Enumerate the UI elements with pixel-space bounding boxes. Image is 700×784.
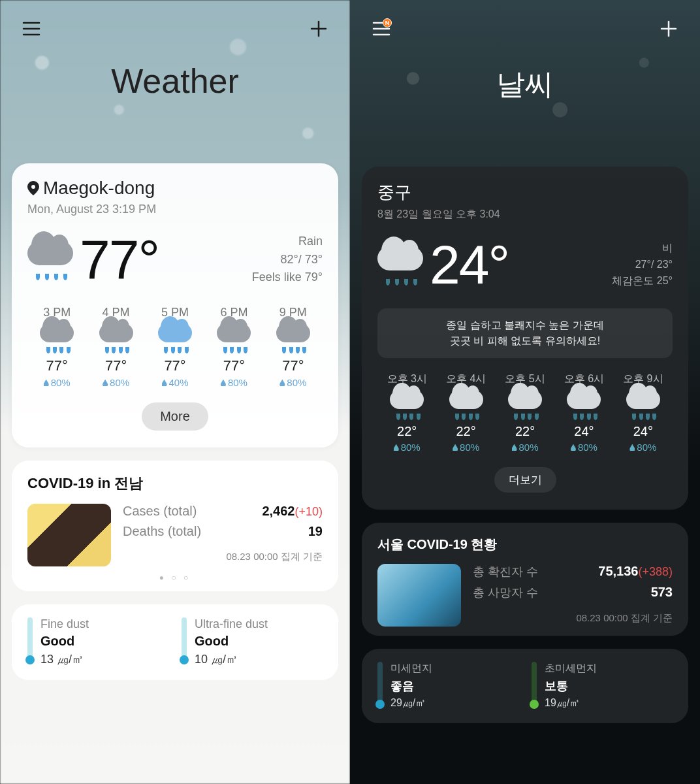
- hourly-forecast[interactable]: 3 PM77°80% 4 PM77°80% 5 PM77°40% 6 PM77°…: [27, 306, 323, 388]
- advisory-banner: 종일 습하고 불쾌지수 높은 가운데 곳곳 비 피해 없도록 유의하세요!: [377, 308, 673, 358]
- fine-dust-block: 미세먼지 좋음 29㎍/㎥: [377, 662, 518, 710]
- ultrafine-dust-block: Ultra-fine dust Good 10 ㎍/㎥: [182, 617, 323, 667]
- pm10-status: Good: [40, 634, 89, 649]
- current-temp: 24°: [430, 233, 509, 297]
- pm25-value: 10 ㎍/㎥: [195, 651, 268, 667]
- current-weather-card[interactable]: Maegok-dong Mon, August 23 3:19 PM 77° R…: [12, 163, 338, 448]
- current-row: 24° 비 27°/ 23° 체감온도 25°: [377, 233, 673, 297]
- high-low: 27°/ 23°: [612, 257, 673, 273]
- rain-cloud-icon: [158, 323, 192, 353]
- rain-cloud-icon: [390, 390, 424, 420]
- pm10-value: 13 ㎍/㎥: [40, 651, 89, 667]
- menu-icon: [22, 22, 40, 36]
- cases-value: 2,462: [262, 504, 294, 518]
- cases-label: 총 확진자 수: [473, 564, 538, 580]
- covid-card[interactable]: COVID-19 in 전남 Cases (total)2,462(+10) D…: [12, 461, 338, 591]
- pin-icon: [27, 181, 39, 195]
- hour-col: 오후 6시24°80%: [554, 372, 613, 453]
- rain-cloud-icon: [27, 241, 73, 280]
- drop-icon: [629, 444, 635, 451]
- rain-cloud-icon: [99, 323, 133, 353]
- covid-image: [377, 564, 461, 627]
- top-bar: [0, 0, 350, 42]
- current-weather-card[interactable]: 중구 8월 23일 월요일 오후 3:04 24° 비 27°/ 23° 체감온…: [362, 167, 688, 510]
- current-right: Rain 82°/ 73° Feels like 79°: [252, 233, 323, 287]
- pm25-label: 초미세먼지: [545, 662, 597, 676]
- page-dots[interactable]: ● ○ ○: [27, 573, 323, 582]
- current-left: 77°: [27, 228, 159, 291]
- hour-col: 오후 3시22°80%: [377, 372, 436, 453]
- menu-button[interactable]: [18, 16, 44, 42]
- timestamp: 8월 23일 월요일 오후 3:04: [377, 208, 673, 221]
- cases-value: 75,136: [598, 564, 638, 578]
- drop-icon: [394, 444, 399, 451]
- deaths-label: Deaths (total): [123, 524, 201, 539]
- hour-col: 오후 9시24°80%: [614, 372, 673, 453]
- pm10-label: Fine dust: [40, 617, 89, 631]
- app-title: 날씨: [350, 65, 700, 104]
- rain-cloud-icon: [449, 390, 483, 420]
- app-title: Weather: [0, 61, 350, 101]
- covid-timestamp: 08.23 00:00 집계 기준: [123, 551, 323, 563]
- menu-button[interactable]: N: [368, 16, 394, 42]
- location-row: 중구: [377, 181, 673, 204]
- rain-cloud-icon: [567, 390, 601, 420]
- drop-icon: [103, 380, 108, 386]
- rain-cloud-icon: [40, 323, 74, 353]
- drop-icon: [162, 380, 167, 386]
- top-bar: N: [350, 0, 700, 42]
- covid-card[interactable]: 서울 COVID-19 현황 총 확진자 수75,136(+388) 총 사망자…: [362, 523, 688, 636]
- pm10-label: 미세먼지: [390, 662, 432, 676]
- hour-col: 4 PM77°80%: [86, 306, 145, 388]
- hour-col: 6 PM77°80%: [204, 306, 263, 388]
- hourly-forecast[interactable]: 오후 3시22°80% 오후 4시22°80% 오후 5시22°80% 오후 6…: [377, 372, 673, 453]
- drop-icon: [571, 444, 576, 451]
- phone-light: Weather Maegok-dong Mon, August 23 3:19 …: [0, 0, 350, 784]
- high-low: 82°/ 73°: [252, 251, 323, 269]
- cases-label: Cases (total): [123, 504, 197, 519]
- hour-col: 5 PM77°40%: [146, 306, 204, 388]
- air-quality-card[interactable]: Fine dust Good 13 ㎍/㎥ Ultra-fine dust Go…: [12, 604, 338, 680]
- current-right: 비 27°/ 23° 체감온도 25°: [612, 240, 673, 289]
- condition: 비: [612, 240, 673, 257]
- plus-icon: [660, 20, 677, 37]
- condition: Rain: [252, 233, 323, 251]
- current-left: 24°: [377, 233, 509, 297]
- drop-icon: [221, 380, 226, 386]
- phone-dark: N 날씨 중구 8월 23일 월요일 오후 3:04 24° 비 27°/ 23…: [350, 0, 700, 784]
- more-button[interactable]: 더보기: [494, 467, 556, 493]
- covid-timestamp: 08.23 00:00 집계 기준: [473, 612, 673, 625]
- rain-cloud-icon: [626, 390, 660, 420]
- pm25-status: 보통: [545, 678, 597, 694]
- feels-like: 체감온도 25°: [612, 273, 673, 289]
- current-temp: 77°: [80, 228, 159, 291]
- rain-cloud-icon: [508, 390, 542, 420]
- pm25-value: 19㎍/㎥: [545, 696, 597, 710]
- covid-title: COVID-19 in 전남: [27, 474, 323, 493]
- hour-col: 9 PM77°80%: [264, 306, 323, 388]
- location-name: Maegok-dong: [43, 178, 155, 199]
- rain-cloud-icon: [217, 323, 251, 353]
- drop-icon: [453, 444, 458, 451]
- hour-col: 오후 5시22°80%: [496, 372, 554, 453]
- pm25-status: Good: [195, 634, 268, 649]
- drop-icon: [512, 444, 517, 451]
- air-quality-card[interactable]: 미세먼지 좋음 29㎍/㎥ 초미세먼지 보통 19㎍/㎥: [362, 649, 688, 723]
- location-name: 중구: [377, 181, 411, 204]
- more-button[interactable]: More: [142, 402, 208, 431]
- pm25-label: Ultra-fine dust: [195, 617, 268, 631]
- fine-dust-block: Fine dust Good 13 ㎍/㎥: [27, 617, 168, 667]
- deaths-label: 총 사망자 수: [473, 585, 538, 600]
- pm10-status: 좋음: [390, 678, 432, 694]
- covid-image: [27, 504, 111, 566]
- add-button[interactable]: [656, 16, 682, 42]
- deaths-value: 19: [308, 524, 323, 539]
- notification-badge: N: [383, 18, 392, 27]
- cases-delta: (+388): [638, 565, 673, 578]
- drop-icon: [44, 380, 49, 386]
- rain-cloud-icon: [377, 246, 423, 286]
- hour-col: 3 PM77°80%: [27, 306, 86, 388]
- pm10-value: 29㎍/㎥: [390, 696, 432, 710]
- add-button[interactable]: [306, 16, 332, 42]
- current-row: 77° Rain 82°/ 73° Feels like 79°: [27, 228, 323, 291]
